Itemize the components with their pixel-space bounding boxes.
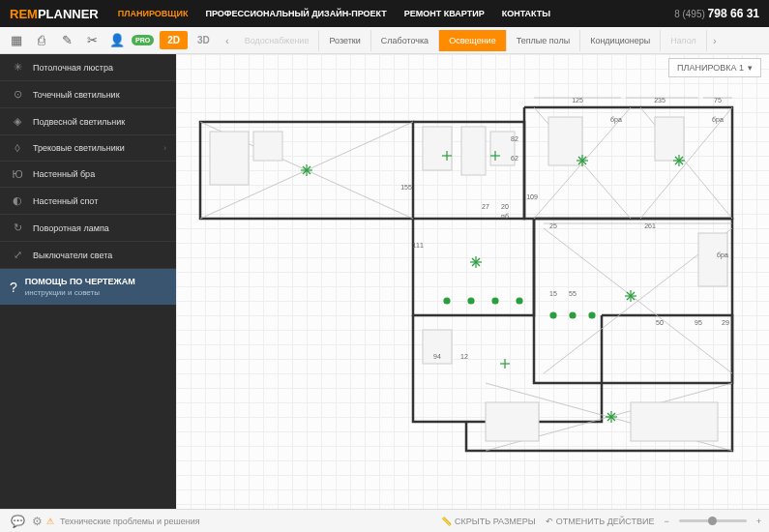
hide-dims-button[interactable]: 📏СКРЫТЬ РАЗМЕРЫ [441,517,536,526]
user-icon[interactable]: 👤 [106,30,128,51]
svg-text:55: 55 [569,290,577,297]
pendant-icon: ◈ [10,115,25,128]
print-icon[interactable]: ⎙ [31,30,52,51]
svg-point-47 [492,298,498,304]
svg-text:155: 155 [400,184,412,191]
settings-icon[interactable]: ⚙ [27,515,46,528]
svg-text:62: 62 [511,155,518,162]
spot-icon: ⊙ [10,88,25,101]
logo[interactable]: REMPLANNER [10,7,99,21]
zoom-in-button[interactable]: + [756,517,761,526]
tab-lighting[interactable]: Освещение [439,30,507,51]
svg-text:109: 109 [526,193,538,200]
sconce-icon: Ю [10,168,25,180]
track-icon: ◊ [10,142,25,154]
svg-text:12: 12 [460,353,468,360]
view-2d-button[interactable]: 2D [160,31,188,49]
tab-scroll-left[interactable]: ‹ [220,35,235,46]
svg-text:82: 82 [511,135,518,142]
lighting-sidebar: ✳Потолочная люстра ⊙Точечный светильник … [0,54,176,509]
svg-rect-10 [210,132,249,185]
tools-icon[interactable]: ✂ [81,30,103,51]
sidebar-item-spot[interactable]: ⊙Точечный светильник [0,81,176,108]
help-box[interactable]: ? ПОМОЩЬ ПО ЧЕРТЕЖАМ инструкции и советы [0,269,176,305]
undo-button[interactable]: ↶ОТМЕНИТЬ ДЕЙСТВИЕ [546,517,655,526]
tab-scroll-right[interactable]: › [707,35,723,46]
issues-link[interactable]: Технические проблемы и решения [60,517,200,526]
pro-badge[interactable]: PRO [132,35,154,45]
svg-text:95: 95 [695,319,702,326]
tab-floor[interactable]: Теплые полы [507,30,581,51]
view-3d-button[interactable]: 3D [190,31,218,49]
tab-flooring[interactable]: Напол [661,30,706,51]
svg-point-49 [550,312,556,318]
svg-text:94: 94 [433,353,441,360]
svg-point-50 [570,312,576,318]
help-sub: инструкции и советы [25,288,135,297]
zoom-out-button[interactable]: − [664,517,668,526]
layout-selector[interactable]: ПЛАНИРОВКА 1 ▾ [668,58,761,77]
sidebar-item-pendant[interactable]: ◈Подвесной светильник [0,108,176,135]
wallspot-icon: ◐ [10,194,25,207]
chandelier-icon: ✳ [10,61,25,74]
tab-lowvoltage[interactable]: Слаботочка [371,30,439,51]
floorplan-canvas[interactable]: ПЛАНИРОВКА 1 ▾ [176,54,769,509]
svg-rect-16 [655,117,684,161]
measure-icon[interactable]: ✎ [56,30,77,51]
floorplan[interactable]: 125 235 75 155 27 20 109 111 25 261 15 5… [195,93,737,460]
svg-text:111: 111 [412,242,424,249]
tab-ac[interactable]: Кондиционеры [580,30,661,51]
nav-planner[interactable]: ПЛАНИРОВЩИК [118,9,189,18]
svg-rect-15 [548,117,582,165]
sidebar-item-swivel[interactable]: ↻Поворотная лампа [0,215,176,242]
sidebar-item-chandelier[interactable]: ✳Потолочная люстра [0,54,176,81]
zoom-slider[interactable] [679,519,747,522]
chevron-down-icon: ▾ [748,63,753,73]
sidebar-item-sconce[interactable]: ЮНастенный бра [0,162,176,188]
logo-rem: REM [10,7,38,21]
svg-text:20: 20 [501,203,509,210]
layers-icon[interactable]: ▦ [6,30,27,51]
svg-point-45 [444,298,450,304]
ruler-icon: 📏 [441,517,452,526]
svg-rect-19 [486,402,539,441]
svg-rect-17 [698,233,727,286]
svg-rect-12 [423,127,452,170]
nav-contacts[interactable]: КОНТАКТЫ [502,9,550,18]
warning-icon: ⚠ [46,517,54,526]
tab-water[interactable]: Водоснабжение [235,30,320,51]
svg-rect-11 [253,132,282,161]
svg-rect-13 [461,127,486,175]
svg-text:15: 15 [549,290,557,297]
chat-icon[interactable]: 💬 [8,515,27,528]
sidebar-item-wallspot[interactable]: ◐Настенный спот [0,188,176,215]
zoom-thumb[interactable] [708,517,717,525]
sidebar-item-switches[interactable]: ⤢Выключатели света [0,242,176,269]
svg-point-51 [589,312,595,318]
swivel-icon: ↻ [10,222,25,234]
sidebar-item-track[interactable]: ◊Трековые светильники› [0,135,176,162]
phone: 8 (495) 798 66 31 [674,7,759,20]
undo-icon: ↶ [546,517,553,526]
svg-text:29: 29 [722,319,729,326]
switch-icon: ⤢ [10,249,25,261]
help-icon: ? [10,280,17,295]
svg-point-46 [468,298,474,304]
nav-repair[interactable]: РЕМОНТ КВАРТИР [404,9,485,18]
svg-point-48 [517,298,522,304]
tab-sockets[interactable]: Розетки [319,30,370,51]
chevron-right-icon: › [163,143,166,153]
svg-text:27: 27 [482,203,489,210]
svg-text:бра: бра [712,116,724,124]
nav-design[interactable]: ПРОФЕССИОНАЛЬНЫЙ ДИЗАЙН-ПРОЕКТ [206,9,387,18]
svg-text:пб: пб [501,213,509,220]
svg-text:бра: бра [717,251,728,259]
svg-text:бра: бра [610,116,622,124]
svg-rect-20 [631,402,718,441]
help-title: ПОМОЩЬ ПО ЧЕРТЕЖАМ [25,277,135,286]
svg-text:50: 50 [656,319,664,326]
logo-planner: PLANNER [38,7,99,21]
